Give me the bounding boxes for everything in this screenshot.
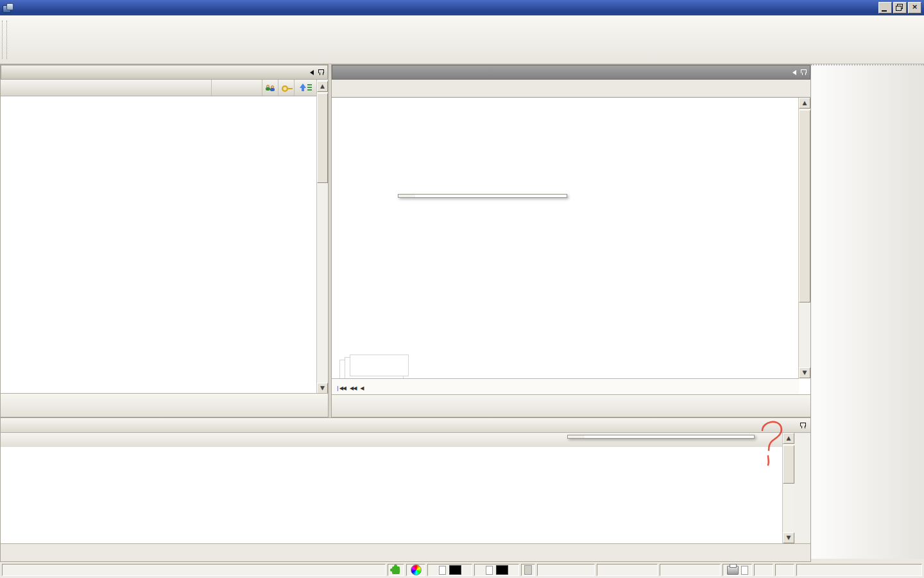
swatch-segment-1 xyxy=(427,564,472,576)
scroll-down-icon[interactable]: ▼ xyxy=(799,367,810,378)
list-panel-header xyxy=(332,65,810,80)
next-card-placeholder xyxy=(339,355,416,380)
log-panel-header xyxy=(1,418,810,433)
folders-toolbar xyxy=(1,393,328,417)
folders-panel-header xyxy=(1,65,328,80)
folders-panel: ▲ ▼ xyxy=(0,64,329,417)
queue-count xyxy=(754,564,773,576)
cards-area xyxy=(332,98,799,381)
collapse-panel-icon[interactable] xyxy=(792,70,796,75)
app-icon xyxy=(3,3,13,12)
log-rows xyxy=(1,447,782,543)
scroll-thumb[interactable] xyxy=(783,445,794,484)
log-panel: ▲ ▼ xyxy=(0,417,811,562)
toolbar-grip[interactable] xyxy=(2,21,7,59)
prev-block-icon[interactable]: ◀◀ xyxy=(350,385,356,391)
scroll-up-icon[interactable]: ▲ xyxy=(317,81,328,92)
list-toolbar xyxy=(332,394,810,417)
list-panel: ▲ ▼ ❘◀◀ ◀◀ ◀ xyxy=(331,64,811,417)
counter-3 xyxy=(660,564,721,576)
scroll-thumb[interactable] xyxy=(799,110,810,302)
pin-panel-icon[interactable] xyxy=(318,69,323,76)
version-label xyxy=(796,564,922,576)
close-button[interactable]: × xyxy=(908,2,921,13)
plugin-segment xyxy=(388,564,404,576)
scroll-down-icon[interactable]: ▼ xyxy=(317,383,328,394)
scroll-thumb[interactable] xyxy=(317,93,328,183)
prev-page-icon[interactable]: ◀ xyxy=(360,385,363,391)
files-count xyxy=(537,564,595,576)
swatch-segment-3 xyxy=(521,564,535,576)
printer-icon xyxy=(727,566,739,575)
folders-tree xyxy=(1,81,317,394)
printer-segment xyxy=(723,564,752,576)
list-view-tabs xyxy=(332,80,810,98)
main-toolbar xyxy=(0,15,924,64)
restore-button[interactable] xyxy=(893,2,907,13)
color-wheel-icon xyxy=(411,565,422,575)
first-page-icon[interactable]: ❘◀◀ xyxy=(336,385,346,391)
color-segment xyxy=(406,564,425,576)
puzzle-icon xyxy=(392,566,400,574)
cards-scrollbar[interactable]: ▲ ▼ xyxy=(798,98,810,378)
vlc-panel xyxy=(811,64,924,559)
tree-scrollbar[interactable]: ▲ ▼ xyxy=(316,81,328,394)
counter-2 xyxy=(597,564,658,576)
pin-panel-icon[interactable] xyxy=(800,69,806,76)
swatch-segment-2 xyxy=(474,564,519,576)
scroll-down-icon[interactable]: ▼ xyxy=(783,532,794,543)
collapse-panel-icon[interactable] xyxy=(310,70,314,75)
play-on-submenu xyxy=(567,435,755,439)
scroll-up-icon[interactable]: ▲ xyxy=(799,98,810,109)
pin-panel-icon[interactable] xyxy=(800,422,805,429)
scroll-up-icon[interactable]: ▲ xyxy=(783,433,794,444)
counter-4 xyxy=(775,564,794,576)
status-bar xyxy=(0,562,924,578)
context-menu xyxy=(398,194,567,198)
title-bar: × xyxy=(0,0,924,15)
log-scrollbar[interactable]: ▲ ▼ xyxy=(782,433,794,543)
log-tabs xyxy=(1,543,810,561)
status-message-segment xyxy=(2,564,386,576)
minimize-button[interactable] xyxy=(878,2,892,13)
